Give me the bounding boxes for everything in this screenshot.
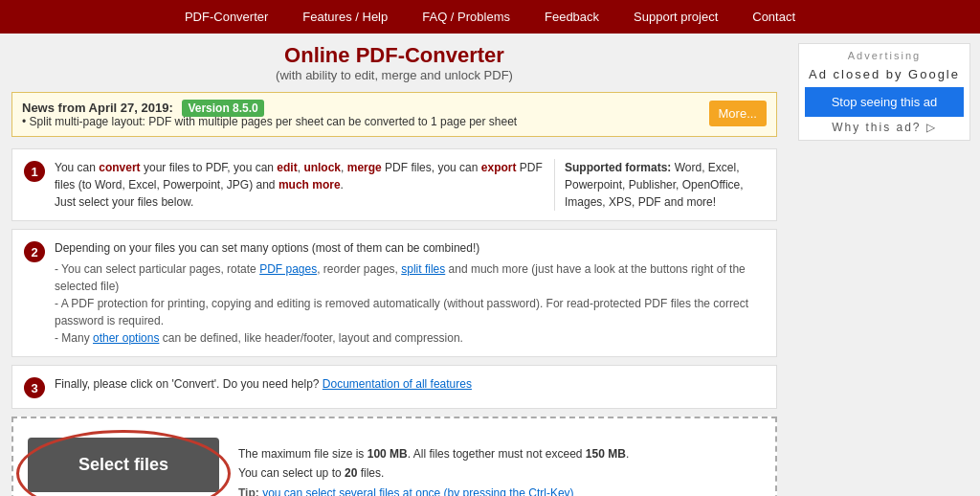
step2-intro: Depending on your files you can set many… xyxy=(55,239,765,257)
news-title-text: News from April 27, 2019: xyxy=(22,101,173,115)
step3-content: Finally, please click on 'Convert'. Do y… xyxy=(55,375,765,393)
nav-contact[interactable]: Contact xyxy=(735,0,813,34)
step1-box: 1 You can convert your files to PDF, you… xyxy=(11,148,777,221)
step2-content: Depending on your files you can set many… xyxy=(55,239,765,347)
news-box: News from April 27, 2019: Version 8.5.0 … xyxy=(11,92,777,137)
ad-closed-text: Ad closed by Google xyxy=(805,67,964,81)
nav-feedback[interactable]: Feedback xyxy=(527,0,616,34)
step1-content: You can convert your files to PDF, you c… xyxy=(55,159,545,211)
sidebar: Advertising Ad closed by Google Stop see… xyxy=(789,34,980,496)
select-files-button[interactable]: Select files xyxy=(28,438,219,492)
news-bullet: Split multi-page layout: PDF with multip… xyxy=(30,115,518,128)
supported-formats: Supported formats: Word, Excel, Powerpoi… xyxy=(554,159,765,211)
step3-number: 3 xyxy=(24,377,45,398)
nav-pdf-converter[interactable]: PDF-Converter xyxy=(167,0,285,34)
sidebar-advertising-label: Advertising xyxy=(805,50,964,61)
nav-faq[interactable]: FAQ / Problems xyxy=(405,0,527,34)
doc-link[interactable]: Documentation of all features xyxy=(323,377,472,391)
file-info: The maximum file size is 100 MB. All fil… xyxy=(238,444,629,496)
more-button[interactable]: More... xyxy=(709,101,767,126)
sidebar-ad-box: Advertising Ad closed by Google Stop see… xyxy=(798,43,970,141)
nav-features[interactable]: Features / Help xyxy=(285,0,405,34)
main-nav: PDF-Converter Features / Help FAQ / Prob… xyxy=(0,0,980,34)
step2-box: 2 Depending on your files you can set ma… xyxy=(11,229,777,357)
file-drop-area[interactable]: Select files (or just drag&drop your fil… xyxy=(11,417,777,496)
nav-support[interactable]: Support project xyxy=(616,0,735,34)
page-subtitle: (with ability to edit, merge and unlock … xyxy=(11,68,777,82)
why-ad-link[interactable]: Why this ad? ▷ xyxy=(805,121,964,134)
page-header: Online PDF-Converter (with ability to ed… xyxy=(11,43,777,82)
stop-ad-button[interactable]: Stop seeing this ad xyxy=(805,87,964,117)
step3-box: 3 Finally, please click on 'Convert'. Do… xyxy=(11,365,777,409)
step1-number: 1 xyxy=(24,161,45,182)
page-title: Online PDF-Converter xyxy=(11,43,777,68)
step2-number: 2 xyxy=(24,241,45,262)
